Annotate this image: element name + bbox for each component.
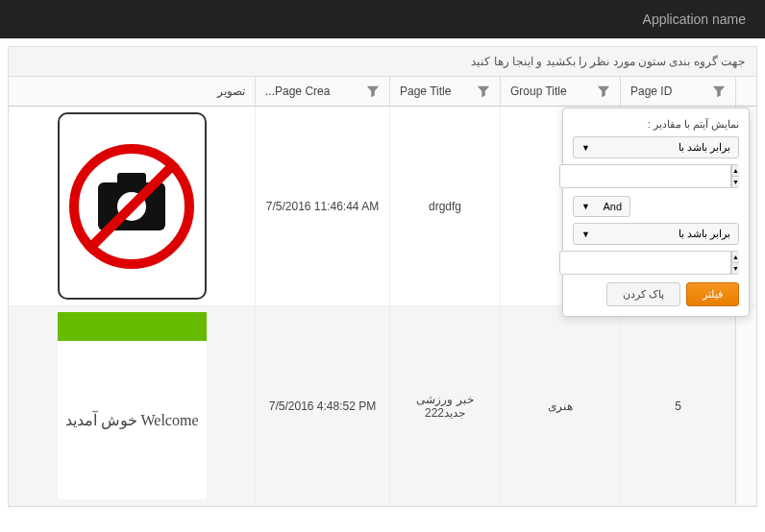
- filter-value-1[interactable]: [559, 164, 731, 188]
- group-panel[interactable]: جهت گروه بندی ستون مورد نظر را بکشید و ا…: [9, 47, 756, 77]
- filter-button[interactable]: فیلتر: [686, 282, 739, 306]
- header-page-created[interactable]: Page Crea...: [255, 77, 389, 106]
- header-label: Page Title: [400, 85, 451, 98]
- welcome-text: Welcome خوش آمدید: [58, 341, 207, 499]
- cell-page-id: 5: [620, 306, 735, 505]
- filter-operator-2[interactable]: برابر باشد با ▼: [573, 223, 739, 245]
- spinner: ▲ ▼: [731, 251, 739, 275]
- filter-popup: نمایش آیتم با مقادیر : برابر باشد با ▼ ▲…: [562, 108, 750, 317]
- row-handle-header: [735, 77, 756, 106]
- spinner-up[interactable]: ▲: [732, 165, 739, 177]
- cell-group-title: هنری: [500, 306, 620, 505]
- chevron-down-icon: ▼: [581, 230, 590, 239]
- header-label: Page Crea...: [265, 85, 330, 98]
- cell-image: [9, 107, 255, 305]
- chevron-down-icon: ▼: [581, 202, 590, 211]
- filter-header: نمایش آیتم با مقادیر :: [573, 118, 739, 131]
- camera-icon: [98, 182, 165, 230]
- grid-header: Page ID Group Title Page Title Page Crea…: [9, 77, 756, 107]
- filter-value-2[interactable]: [559, 251, 731, 275]
- filter-logic[interactable]: And ▼: [573, 196, 630, 217]
- header-page-id[interactable]: Page ID: [620, 77, 735, 106]
- filter-icon[interactable]: [366, 85, 380, 98]
- app-title: Application name: [643, 12, 746, 27]
- cell-page-title: خبر ورزشی جدید222: [389, 306, 500, 505]
- row-handle[interactable]: [735, 306, 756, 505]
- spinner-up[interactable]: ▲: [732, 252, 739, 263]
- header-group-title[interactable]: Group Title: [500, 77, 620, 106]
- clear-button[interactable]: پاک کردن: [606, 282, 680, 306]
- green-bar: [58, 312, 207, 341]
- cell-image: Welcome خوش آمدید: [9, 306, 255, 505]
- filter-icon[interactable]: [597, 85, 610, 98]
- table-row[interactable]: 5 هنری خبر ورزشی جدید222 7/5/2016 4:48:5…: [9, 306, 756, 506]
- filter-icon[interactable]: [477, 85, 490, 98]
- header-label: Page ID: [630, 85, 672, 98]
- chevron-down-icon: ▼: [581, 143, 590, 153]
- header-page-title[interactable]: Page Title: [389, 77, 500, 106]
- header-label: تصویر: [217, 85, 245, 98]
- navbar: Application name: [0, 0, 765, 38]
- filter-icon[interactable]: [712, 85, 726, 98]
- spinner-down[interactable]: ▼: [732, 263, 739, 274]
- no-photo-thumbnail: [58, 112, 207, 300]
- filter-value-1-wrap: ▲ ▼: [573, 164, 739, 188]
- header-image[interactable]: تصویر: [9, 77, 255, 106]
- spinner: ▲ ▼: [731, 164, 739, 188]
- header-label: Group Title: [510, 85, 567, 98]
- cell-date: 7/5/2016 4:48:52 PM: [255, 306, 389, 505]
- cell-date: 7/5/2016 11:46:44 AM: [255, 107, 389, 305]
- filter-actions: فیلتر پاک کردن: [573, 282, 739, 306]
- filter-value-2-wrap: ▲ ▼: [573, 251, 739, 275]
- filter-operator-1[interactable]: برابر باشد با ▼: [573, 136, 739, 158]
- spinner-down[interactable]: ▼: [732, 177, 739, 187]
- welcome-thumbnail: Welcome خوش آمدید: [58, 312, 207, 499]
- no-photo-icon: [69, 144, 194, 269]
- cell-page-title: drgdfg: [389, 107, 500, 305]
